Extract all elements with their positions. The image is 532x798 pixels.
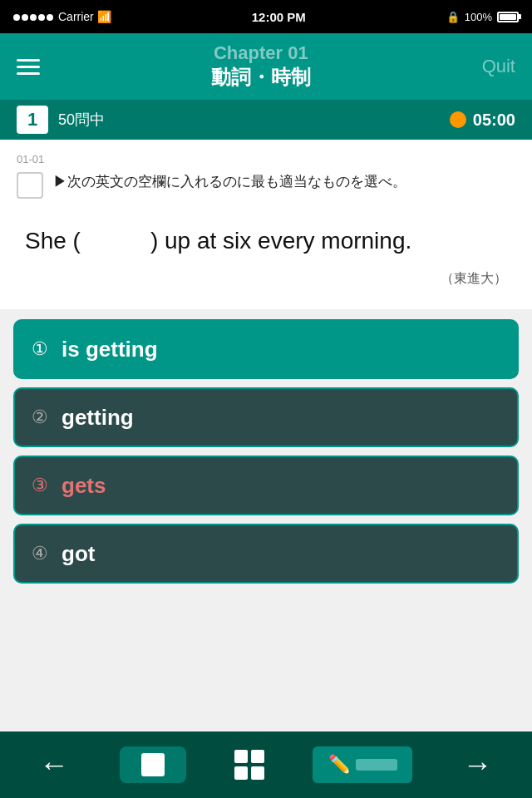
question-checkbox[interactable] [17, 172, 43, 199]
status-bar: Carrier 📶 12:00 PM 🔒 100% [0, 0, 532, 33]
status-right: 🔒 100% [446, 11, 519, 23]
grid-icon [234, 750, 264, 780]
next-arrow-icon: → [463, 747, 493, 782]
wifi-icon: 📶 [97, 10, 111, 23]
header-title: Chapter 01 動詞・時制 [211, 42, 311, 91]
question-number: 1 [17, 106, 48, 134]
choice-2[interactable]: ② getting [13, 387, 519, 447]
choice-2-text: getting [62, 405, 134, 431]
menu-button[interactable] [17, 59, 40, 75]
grid-button[interactable] [224, 743, 274, 786]
pencil-icon: ✏️ [328, 754, 351, 776]
choice-4[interactable]: ④ got [13, 524, 519, 584]
header: Chapter 01 動詞・時制 Quit [0, 33, 532, 100]
menu-line-1 [17, 59, 40, 62]
prev-button[interactable]: ← [27, 743, 81, 786]
bottom-nav: ← ✏️ → [0, 732, 532, 798]
signal-dots [13, 10, 55, 23]
progress-indicator [141, 753, 165, 776]
choice-4-num: ④ [32, 543, 62, 564]
choice-2-num: ② [32, 406, 62, 428]
question-area: 01-01 ▶次の英文の空欄に入れるのに最も適当なものを選べ。 She ( ) … [0, 140, 532, 309]
choice-1-num: ① [32, 338, 62, 360]
progress-bar: 1 50問中 05:00 [0, 100, 532, 140]
timer-dot [450, 111, 466, 128]
question-header: ▶次の英文の空欄に入れるのに最も適当なものを選べ。 [17, 170, 515, 199]
question-sentence: She ( ) up at six every morning. [17, 207, 515, 267]
bookmark-button[interactable]: ✏️ [313, 746, 412, 783]
next-button[interactable]: → [451, 743, 505, 786]
choice-3[interactable]: ③ gets [13, 456, 519, 515]
timer: 05:00 [450, 111, 515, 130]
choice-3-text: gets [62, 473, 106, 499]
choices-area: ① is getting ② getting ③ gets ④ got [0, 309, 532, 594]
total-label: 50問中 [58, 110, 450, 130]
clock: 12:00 PM [252, 10, 306, 24]
lock-icon: 🔒 [446, 11, 460, 23]
question-source: （東進大） [17, 267, 515, 301]
status-left: Carrier 📶 [13, 10, 111, 23]
battery-icon [497, 12, 519, 22]
chapter-label: Chapter 01 [211, 42, 311, 64]
menu-line-2 [17, 66, 40, 68]
progress-button[interactable] [120, 746, 186, 783]
choice-3-num: ③ [32, 475, 62, 496]
carrier-label: Carrier [58, 10, 94, 23]
choice-4-text: got [62, 541, 95, 567]
quit-button[interactable]: Quit [482, 56, 515, 77]
menu-line-3 [17, 72, 40, 75]
prev-arrow-icon: ← [39, 747, 69, 782]
bookmark-bar [356, 759, 397, 771]
question-instruction: ▶次の英文の空欄に入れるのに最も適当なものを選べ。 [53, 170, 406, 193]
question-id: 01-01 [17, 153, 515, 165]
battery-percent: 100% [465, 11, 492, 23]
choice-1-text: is getting [62, 337, 158, 362]
chapter-subtitle: 動詞・時制 [211, 64, 311, 91]
choice-1[interactable]: ① is getting [13, 319, 519, 379]
timer-text: 05:00 [473, 111, 515, 130]
